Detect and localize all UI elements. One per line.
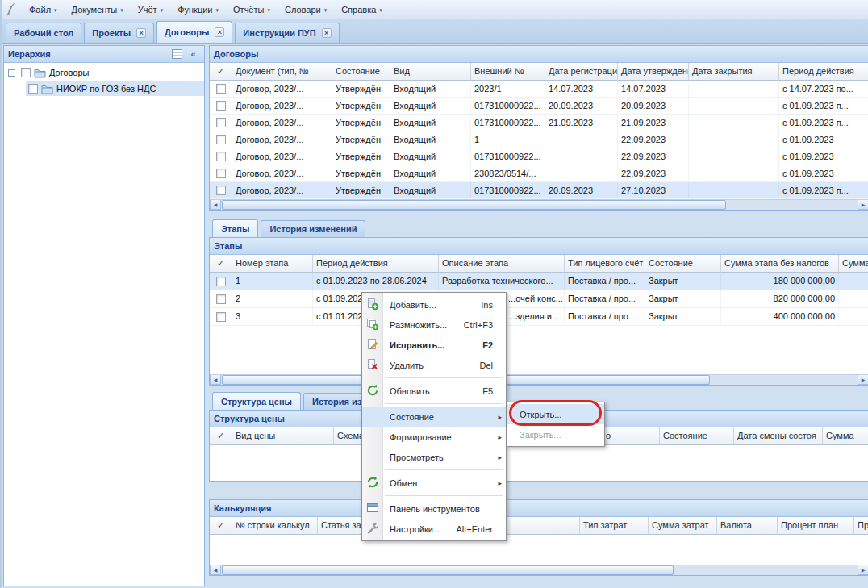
grid-header-cell[interactable]: Процент ф: [854, 517, 868, 535]
scroll-left-icon[interactable]: ◀: [210, 200, 221, 210]
grid-header-cell[interactable]: № строки калькул: [232, 517, 318, 535]
grid-header-cell[interactable]: Процент план: [778, 517, 854, 535]
scroll-left-icon[interactable]: ◀: [210, 375, 221, 385]
stages-panel-header: Этапы: [210, 238, 868, 255]
grid-header-cell[interactable]: Номер этапа: [232, 255, 313, 273]
menubar-item-reports[interactable]: Отчёты▾: [226, 0, 278, 19]
scroll-right-icon[interactable]: ▶: [858, 565, 868, 575]
grid-header-cell[interactable]: ✓: [210, 255, 232, 273]
context-menu-item-edit[interactable]: Исправить...F2: [362, 335, 506, 355]
scroll-left-icon[interactable]: ◀: [210, 565, 221, 575]
scroll-right-icon[interactable]: ▶: [858, 375, 868, 385]
tree-checkbox[interactable]: [28, 84, 38, 94]
contracts-scroll-thumb[interactable]: [222, 200, 726, 210]
price-tab-price-structure[interactable]: Структура цены: [212, 392, 301, 410]
grid-header-cell[interactable]: ✓: [210, 517, 232, 535]
grid-header-cell[interactable]: Вид цены: [232, 427, 334, 445]
row-checkbox[interactable]: [216, 169, 226, 178]
menubar-item-help[interactable]: Справка▾: [334, 0, 390, 19]
context-menu-item-settings[interactable]: Настройки...Alt+Enter: [362, 519, 506, 539]
table-row[interactable]: Договор, 2023/...УтверждёнВходящий017310…: [210, 115, 868, 131]
row-checkbox[interactable]: [216, 312, 226, 322]
tab-close-icon[interactable]: ×: [322, 28, 332, 38]
context-menu-item-refresh[interactable]: ОбновитьF5: [362, 381, 506, 401]
context-menu-item-duplicate[interactable]: Размножить...Ctrl+F3: [362, 315, 506, 335]
tab-close-icon[interactable]: ×: [136, 28, 146, 38]
submenu-item-open[interactable]: Открыть...: [507, 404, 604, 424]
row-checkbox[interactable]: [216, 277, 226, 286]
grid-header-cell[interactable]: Дата закрытия: [689, 63, 779, 81]
table-row[interactable]: 1с 01.09.2023 по 28.06.2024Разработка те…: [210, 273, 868, 290]
stages-tab-stages[interactable]: Этапы: [212, 219, 258, 237]
grid-header-cell[interactable]: Документ (тип, №: [232, 63, 332, 81]
submenu-item-close[interactable]: Закрыть...: [507, 424, 604, 444]
grid-header-cell[interactable]: Состояние: [645, 255, 721, 273]
row-checkbox[interactable]: [216, 152, 226, 161]
grid-header-cell[interactable]: Сумма: [823, 427, 868, 445]
row-checkbox[interactable]: [216, 135, 226, 144]
collapse-panel-icon[interactable]: «: [186, 48, 200, 60]
context-menu-item-delete[interactable]: УдалитьDel: [362, 355, 506, 375]
context-menu-item-view[interactable]: Просмотреть▸: [362, 447, 506, 467]
tree-checkbox[interactable]: [21, 68, 31, 77]
table-row[interactable]: Договор, 2023/...УтверждёнВходящий2023/1…: [210, 81, 868, 98]
grid-header-cell[interactable]: Состояние: [660, 427, 734, 445]
row-checkbox[interactable]: [216, 186, 226, 195]
tree-node-0[interactable]: -Договоры: [4, 65, 204, 81]
grid-header-cell[interactable]: Валюта: [717, 517, 778, 535]
table-row[interactable]: 3с 01.01.202...зделия и ...Поставка / пр…: [210, 308, 868, 326]
workspace-tab-pup-instructions[interactable]: Инструкции ПУП×: [235, 23, 339, 43]
grid-header-cell[interactable]: Дата регистрации: [545, 63, 618, 81]
context-menu-item-add[interactable]: Добавить...Ins: [362, 294, 506, 315]
row-checkbox[interactable]: [216, 118, 226, 127]
menubar-item-dictionaries[interactable]: Словари▾: [278, 0, 334, 19]
grid-header-cell[interactable]: Дата утверждения: [618, 63, 689, 81]
table-row[interactable]: 2с 01.09.202...очей конс...Поставка / пр…: [210, 290, 868, 308]
price-tab-history[interactable]: История из: [303, 393, 370, 410]
calculation-scroll-thumb[interactable]: [222, 565, 674, 575]
workspace-tab-projects[interactable]: Проекты×: [84, 23, 154, 43]
menubar-item-documents[interactable]: Документы▾: [65, 0, 131, 19]
menubar-item-file[interactable]: Файл▾: [22, 0, 65, 19]
table-row[interactable]: Договор, 2023/...УтверждёнВходящий017310…: [210, 182, 868, 199]
grid-header-cell[interactable]: Период действия: [313, 255, 439, 273]
workspace-tab-contracts[interactable]: Договоры×: [156, 21, 232, 43]
tree-columns-icon[interactable]: [170, 48, 184, 60]
grid-header-cell[interactable]: ✓: [210, 63, 232, 81]
expander-icon[interactable]: -: [8, 69, 15, 77]
table-row[interactable]: Договор, 2023/...УтверждёнВходящий122.09…: [210, 131, 868, 148]
grid-header-cell[interactable]: Внешний №: [471, 63, 545, 81]
grid-header-cell[interactable]: Сумма этапа без налогов: [721, 255, 839, 273]
contracts-hscrollbar[interactable]: ◀ ▶: [210, 199, 868, 210]
grid-header-cell[interactable]: Состояние: [332, 63, 390, 81]
stages-tab-change-history[interactable]: История изменений: [261, 220, 365, 237]
context-menu-item-toolbar-panel[interactable]: Панель инструментов: [362, 498, 506, 519]
context-menu-item-formation[interactable]: Формирование▸: [362, 427, 506, 447]
grid-header-cell[interactable]: Дата смены состоя: [734, 427, 823, 445]
row-checkbox[interactable]: [216, 101, 226, 111]
table-row[interactable]: Договор, 2023/...УтверждёнВходящий017310…: [210, 98, 868, 115]
grid-header-cell[interactable]: Сумма затрат: [649, 517, 717, 535]
grid-header-cell[interactable]: ✓: [210, 427, 232, 445]
stages-hscrollbar[interactable]: ◀ ▶: [210, 374, 868, 385]
add-icon: [366, 298, 379, 311]
table-row[interactable]: Договор, 2023/...УтверждёнВходящий017310…: [210, 148, 868, 165]
calculation-hscrollbar[interactable]: ◀ ▶: [210, 565, 868, 575]
menubar-item-functions[interactable]: Функции▾: [170, 0, 226, 19]
grid-header-cell[interactable]: Период действия: [779, 63, 868, 81]
scroll-right-icon[interactable]: ▶: [858, 200, 868, 210]
grid-header-cell[interactable]: Вид: [390, 63, 471, 81]
row-checkbox[interactable]: [216, 294, 226, 304]
grid-header-cell[interactable]: Описание этапа: [439, 255, 565, 273]
table-row[interactable]: Договор, 2023/...УтверждёнВходящий230823…: [210, 165, 868, 182]
grid-header-cell[interactable]: Сумма: [839, 255, 868, 273]
row-checkbox[interactable]: [216, 84, 226, 94]
grid-header-cell[interactable]: Тип лицевого счёт: [565, 255, 645, 273]
tree-node-1[interactable]: НИОКР по ГОЗ без НДС: [4, 81, 204, 97]
tab-close-icon[interactable]: ×: [215, 27, 224, 37]
grid-header-cell[interactable]: Тип затрат: [580, 517, 649, 535]
context-menu-item-exchange[interactable]: Обмен▸: [362, 473, 506, 493]
menubar-item-accounting[interactable]: Учёт▾: [131, 0, 170, 19]
workspace-tab-desktop[interactable]: Рабочий стол: [6, 23, 81, 43]
context-menu-item-state[interactable]: Состояние▸: [362, 407, 506, 427]
